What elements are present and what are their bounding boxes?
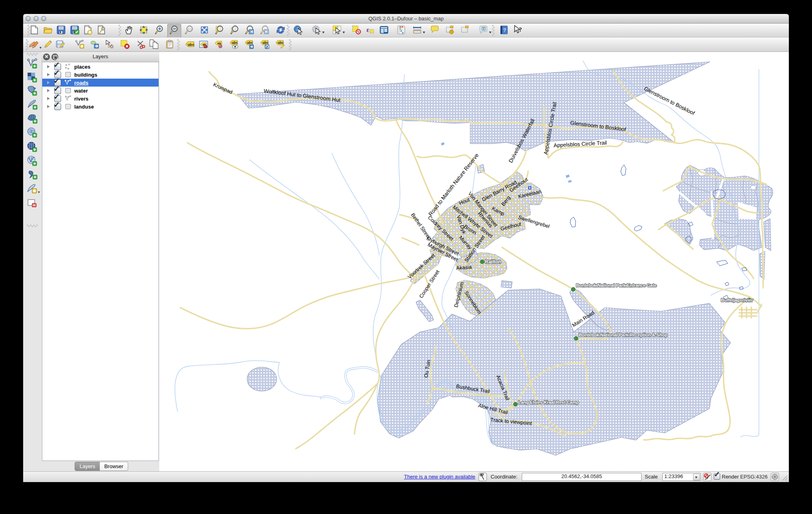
svg-text:Lang Elsies Kraal Rest Camp: Lang Elsies Kraal Rest Camp [518,400,579,405]
svg-text:Akasia: Akasia [456,264,472,271]
svg-text:Bontebok National Park Recepti: Bontebok National Park Reception & Shop [579,332,667,337]
svg-text:Bontebok National Park Entranc: Bontebok National Park Entrance Gate [576,283,657,288]
svg-text:Buffeljagsrivier: Buffeljagsrivier [721,298,753,302]
svg-text:Railton: Railton [485,259,501,265]
